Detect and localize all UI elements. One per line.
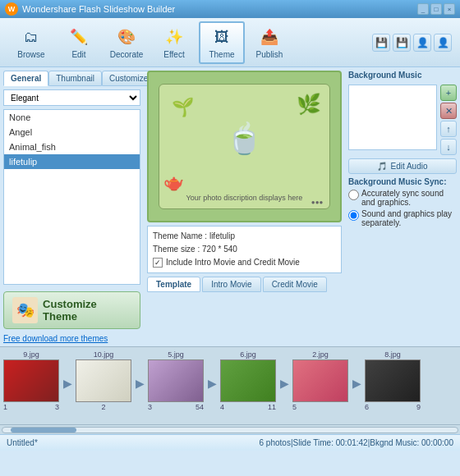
tab-credit-movie[interactable]: Credit Movie — [263, 277, 327, 292]
effect-button[interactable]: ✨ Effect — [151, 21, 197, 64]
sync-title: Background Music Sync: — [348, 177, 457, 186]
scroll-track[interactable] — [2, 427, 458, 433]
edit-button[interactable]: ✏️ Edit — [56, 21, 102, 64]
toolbar-right-icons: 💾 💾 👤 👤 — [372, 34, 452, 52]
film-arrow-3: ▶ — [205, 362, 218, 405]
preview-center-image: 🍵 — [226, 121, 263, 156]
film-item-1: 9.jpg 13 — [3, 350, 59, 411]
theme-style-dropdown[interactable]: Elegant — [3, 89, 140, 106]
bottom-tabs: Template Intro Movie Credit Movie — [147, 277, 342, 292]
sync-label-1: Accurately sync sound and graphics. — [361, 189, 457, 207]
free-download-link[interactable]: Free download more themes — [3, 334, 140, 343]
sync-option-1: Accurately sync sound and graphics. — [348, 189, 457, 207]
preview-area: 🌿 🫖 🌱 🍵 Your photo discription displays … — [147, 71, 342, 222]
include-movie-label: Include Intro Movie and Credit Movie — [166, 256, 300, 269]
theme-item-none[interactable]: None — [4, 110, 140, 125]
app-logo: W — [5, 2, 18, 16]
film-numbers-5: 5 — [292, 403, 348, 411]
sync-label-2: Sound and graphics play separately. — [361, 209, 457, 227]
save-icon[interactable]: 💾 — [372, 34, 390, 52]
film-arrow-4: ▶ — [278, 362, 291, 405]
tab-intro-movie[interactable]: Intro Movie — [202, 277, 260, 292]
music-add-button[interactable]: + — [440, 85, 457, 101]
film-thumb-2[interactable] — [76, 359, 131, 402]
scroll-area — [0, 424, 460, 434]
sync-option-2: Sound and graphics play separately. — [348, 209, 457, 227]
film-numbers-1: 13 — [3, 403, 59, 411]
edit-label: Edit — [71, 50, 85, 59]
effect-label: Effect — [163, 50, 184, 59]
theme-list: None Angel Animal_fish lifetulip — [3, 109, 140, 285]
film-label-2: 10.jpg — [94, 350, 114, 359]
tab-thumbnail[interactable]: Thumbnail — [48, 71, 102, 86]
preview-leaf: 🌱 — [172, 97, 194, 118]
film-label-5: 2.jpg — [312, 350, 329, 359]
preview-teapot: 🫖 — [163, 172, 184, 192]
edit-audio-button[interactable]: 🎵 Edit Audio — [348, 158, 457, 174]
user-icon[interactable]: 👤 — [413, 34, 431, 52]
decorate-button[interactable]: 🎨 Decorate — [104, 21, 150, 64]
film-thumb-3[interactable] — [148, 359, 204, 402]
preview-inner: 🌿 🫖 🌱 🍵 Your photo discription displays … — [159, 84, 331, 210]
film-numbers-2: 2 — [76, 403, 131, 411]
film-thumb-4[interactable] — [220, 359, 276, 402]
left-panel: General Thumbnail Customize Elegant None… — [0, 67, 144, 346]
film-thumb-6[interactable] — [365, 359, 421, 402]
theme-item-angel[interactable]: Angel — [4, 125, 140, 140]
scroll-thumb[interactable] — [11, 428, 76, 433]
filmstrip: 9.jpg 13 ▶ 10.jpg 2 ▶ 5.jpg 354 ▶ 6.jpg … — [0, 346, 460, 424]
sync-radio-2[interactable] — [348, 210, 359, 221]
film-label-6: 8.jpg — [384, 350, 401, 359]
preview-dots: ●●● — [311, 199, 324, 206]
theme-size-line: Theme size : 720 * 540 — [153, 243, 336, 256]
theme-item-lifetulip[interactable]: lifetulip — [4, 154, 140, 169]
close-button[interactable]: × — [444, 3, 455, 15]
minimize-button[interactable]: _ — [417, 3, 429, 15]
browse-button[interactable]: 🗂 Browse — [8, 21, 54, 64]
tabs-row: General Thumbnail Customize — [3, 71, 140, 86]
decorate-label: Decorate — [110, 50, 144, 59]
browse-label: Browse — [17, 50, 44, 59]
center-panel: 🌿 🫖 🌱 🍵 Your photo discription displays … — [144, 67, 345, 346]
film-arrow-5: ▶ — [350, 362, 363, 405]
status-info: 6 photos|Slide Time: 00:01:42|Bkgnd Musi… — [260, 438, 453, 447]
title-bar: W Wondershare Flash Slideshow Builder _ … — [0, 0, 460, 18]
browse-icon: 🗂 — [20, 25, 43, 48]
status-bar: Untitled* 6 photos|Slide Time: 00:01:42|… — [0, 434, 460, 451]
window-controls[interactable]: _ □ × — [417, 3, 455, 15]
theme-item-animal-fish[interactable]: Animal_fish — [4, 140, 140, 154]
film-thumb-1[interactable] — [3, 359, 59, 402]
preview-caption: Your photo discription displays here — [186, 194, 303, 202]
film-numbers-4: 411 — [220, 403, 276, 411]
publish-button[interactable]: 📤 Publish — [246, 21, 292, 64]
music-up-button[interactable]: ↑ — [440, 121, 457, 137]
tab-general[interactable]: General — [3, 71, 48, 86]
include-movie-checkbox[interactable]: ✓ — [153, 258, 163, 268]
main-area: General Thumbnail Customize Elegant None… — [0, 67, 460, 346]
music-down-button[interactable]: ↓ — [440, 139, 457, 155]
theme-icon: 🖼 — [210, 25, 233, 48]
film-thumb-5[interactable] — [292, 359, 348, 402]
sync-section: Background Music Sync: Accurately sync s… — [348, 177, 457, 230]
edit-icon: ✏️ — [67, 25, 90, 48]
film-item-5: 2.jpg 5 — [292, 350, 348, 411]
toolbar: 🗂 Browse ✏️ Edit 🎨 Decorate ✨ Effect 🖼 T… — [0, 18, 460, 67]
theme-button[interactable]: 🖼 Theme — [199, 21, 245, 64]
sync-radio-1[interactable] — [348, 190, 359, 200]
maximize-button[interactable]: □ — [430, 3, 442, 15]
film-item-6: 8.jpg 69 — [365, 350, 421, 411]
customize-icon: 🎭 — [12, 297, 38, 323]
film-item-3: 5.jpg 354 — [148, 350, 204, 411]
film-arrow-1: ▶ — [61, 362, 74, 405]
save-as-icon[interactable]: 💾 — [393, 34, 411, 52]
music-list — [348, 85, 437, 150]
film-label-1: 9.jpg — [23, 350, 39, 359]
user2-icon[interactable]: 👤 — [434, 34, 452, 52]
right-panel: Background Music + ✕ ↑ ↓ 🎵 Edit Audio Ba… — [345, 67, 460, 346]
tab-template[interactable]: Template — [147, 277, 200, 292]
music-remove-button[interactable]: ✕ — [440, 103, 457, 119]
customize-label: Customize Theme — [43, 298, 131, 323]
music-section-title: Background Music — [348, 71, 457, 80]
customize-theme-button[interactable]: 🎭 Customize Theme — [3, 291, 140, 329]
film-numbers-6: 69 — [365, 403, 421, 411]
